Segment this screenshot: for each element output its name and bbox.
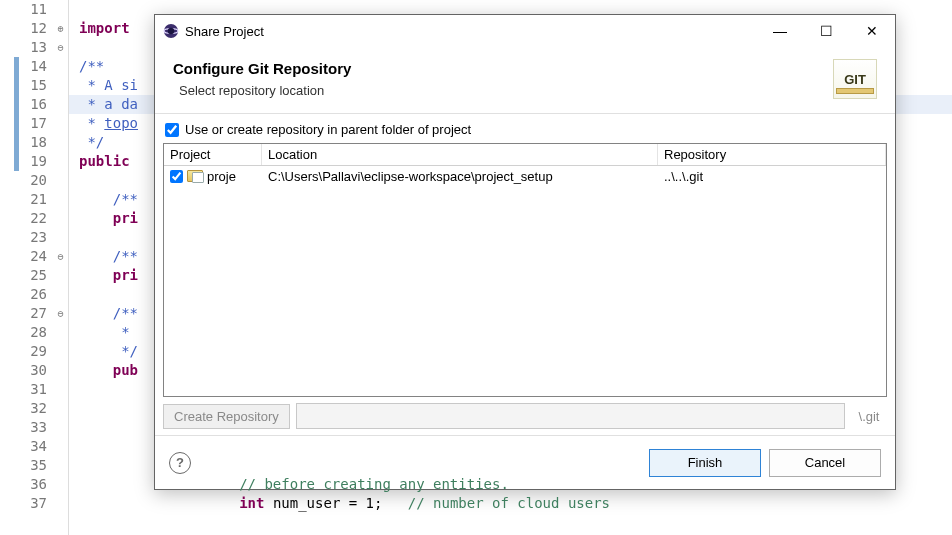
- editor-change-bar: [14, 0, 19, 535]
- line-number-gutter: 1112131415161718192021222324252627282930…: [19, 0, 53, 535]
- editor-left-strip: [0, 0, 14, 535]
- code-area: import /** * A si * a da * topo */public…: [69, 0, 952, 535]
- fold-gutter: ⊕⊖⊖⊖: [53, 0, 69, 535]
- code-editor-background: 1112131415161718192021222324252627282930…: [0, 0, 952, 535]
